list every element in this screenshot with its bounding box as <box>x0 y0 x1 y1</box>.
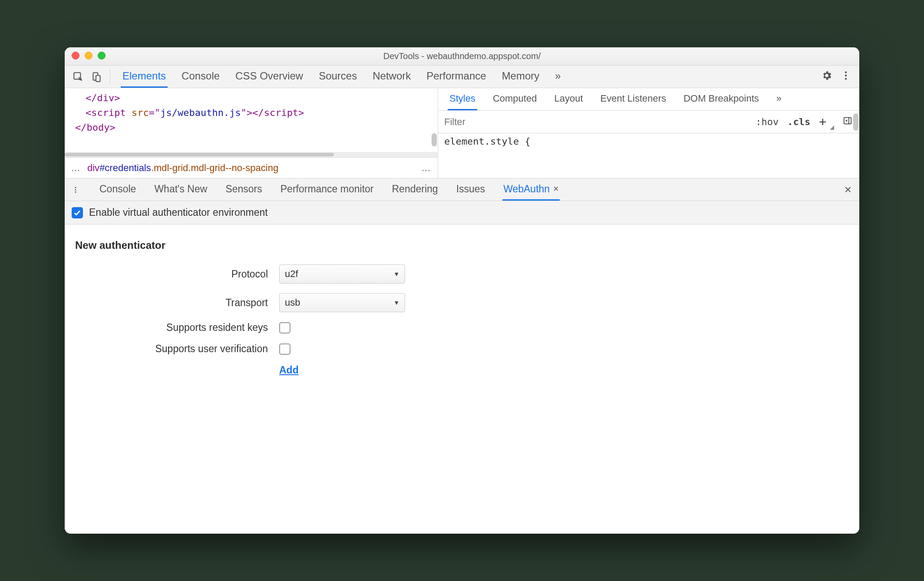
new-style-rule-button[interactable]: + <box>819 115 826 129</box>
tab-styles[interactable]: Styles <box>448 88 477 110</box>
svg-rect-2 <box>96 75 100 81</box>
drawer-tab-webauthn[interactable]: WebAuthn × <box>502 178 560 201</box>
tab-network[interactable]: Network <box>371 66 412 88</box>
dom-tree-pane: </div> <script src="js/webauthn.js"></sc… <box>65 88 438 178</box>
tab-dom-breakpoints[interactable]: DOM Breakpoints <box>682 88 761 110</box>
main-tabs: Elements Console CSS Overview Sources Ne… <box>121 66 821 88</box>
kebab-menu-icon[interactable] <box>840 70 851 84</box>
svg-point-3 <box>845 71 847 73</box>
resident-keys-label: Supports resident keys <box>75 322 279 333</box>
protocol-label: Protocol <box>75 268 279 280</box>
chevron-down-icon: ▼ <box>393 299 399 306</box>
enable-virtual-auth-label: Enable virtual authenticator environment <box>89 207 268 218</box>
styles-filter-row: :hov .cls + <box>438 111 859 133</box>
breadcrumb-overflow-right[interactable]: … <box>421 162 432 174</box>
protocol-value: u2f <box>285 268 298 280</box>
drawer-tab-whatsnew[interactable]: What's New <box>153 178 208 201</box>
dropdown-triangle-icon[interactable] <box>830 121 834 130</box>
code-vertical-scrollbar[interactable] <box>432 90 437 146</box>
tab-computed[interactable]: Computed <box>491 88 539 110</box>
tab-memory[interactable]: Memory <box>500 66 541 88</box>
code-endtag: </script> <box>252 107 304 118</box>
breadcrumb: … div#credentials.mdl-grid.mdl-grid--no-… <box>65 157 438 178</box>
drawer-tab-console[interactable]: Console <box>99 178 137 201</box>
enable-virtual-auth-checkbox[interactable] <box>72 207 83 218</box>
tab-layout[interactable]: Layout <box>552 88 584 110</box>
dom-code[interactable]: </div> <script src="js/webauthn.js"></sc… <box>65 88 438 152</box>
protocol-select[interactable]: u2f ▼ <box>279 264 405 284</box>
drawer-tab-rendering[interactable]: Rendering <box>391 178 439 201</box>
close-window-button[interactable] <box>72 52 79 59</box>
svg-point-4 <box>845 74 847 76</box>
breadcrumb-overflow-left[interactable]: … <box>71 162 81 174</box>
styles-filter-actions: :hov .cls + <box>749 114 859 130</box>
tab-sources[interactable]: Sources <box>317 66 359 88</box>
sidebar-toggle-icon[interactable] <box>843 116 852 128</box>
element-style-rule[interactable]: element.style { <box>438 133 859 149</box>
breadcrumb-item[interactable]: div#credentials.mdl-grid.mdl-grid--no-sp… <box>87 162 278 174</box>
drawer-tabs: Console What's New Sensors Performance m… <box>65 178 859 201</box>
styles-tabs: Styles Computed Layout Event Listeners D… <box>438 88 859 111</box>
devtools-window: DevTools - webauthndemo.appspot.com/ Ele… <box>65 47 859 534</box>
styles-vertical-scrollbar[interactable] <box>853 113 858 170</box>
code-line: </div> <box>86 92 120 103</box>
new-authenticator-form: Protocol u2f ▼ Transport usb ▼ Supports … <box>75 264 849 376</box>
transport-value: usb <box>285 297 300 308</box>
code-closeq: "> <box>241 107 253 118</box>
enable-virtual-auth-row: Enable virtual authenticator environment <box>65 201 859 224</box>
code-tag-open: <script <box>86 107 132 118</box>
device-toggle-icon[interactable] <box>87 66 106 88</box>
window-title: DevTools - webauthndemo.appspot.com/ <box>383 51 541 61</box>
webauthn-content: New authenticator Protocol u2f ▼ Transpo… <box>65 224 859 534</box>
styles-filter-input[interactable] <box>438 111 749 133</box>
hov-toggle[interactable]: :hov <box>756 116 779 127</box>
drawer-tab-sensors[interactable]: Sensors <box>224 178 263 201</box>
tab-event-listeners[interactable]: Event Listeners <box>599 88 668 110</box>
code-val: js/webauthn.js <box>160 107 241 118</box>
code-attr: src <box>132 107 149 118</box>
drawer-tab-perfmon[interactable]: Performance monitor <box>280 178 375 201</box>
tab-elements[interactable]: Elements <box>121 66 168 88</box>
tab-performance[interactable]: Performance <box>425 66 488 88</box>
drawer-tab-issues[interactable]: Issues <box>455 178 486 201</box>
toolbar-right <box>821 66 855 88</box>
code-line: </body> <box>75 122 116 133</box>
add-authenticator-button[interactable]: Add <box>279 364 299 376</box>
code-horizontal-scrollbar[interactable] <box>65 152 438 157</box>
tab-overflow[interactable]: » <box>553 66 562 88</box>
svg-rect-6 <box>844 118 851 124</box>
toolbar-separator <box>110 69 110 84</box>
settings-gear-icon[interactable] <box>821 70 832 84</box>
resident-keys-checkbox[interactable] <box>279 322 290 333</box>
transport-label: Transport <box>75 297 279 309</box>
chevron-down-icon: ▼ <box>393 271 399 277</box>
new-authenticator-title: New authenticator <box>75 239 849 251</box>
drawer-menu-icon[interactable] <box>69 178 82 201</box>
inspect-element-icon[interactable] <box>69 66 87 88</box>
zoom-window-button[interactable] <box>98 52 106 59</box>
close-drawer-icon[interactable]: × <box>845 178 855 201</box>
drawer-tab-webauthn-label: WebAuthn <box>503 183 550 195</box>
user-verification-checkbox[interactable] <box>279 343 290 355</box>
styles-pane: Styles Computed Layout Event Listeners D… <box>438 88 859 178</box>
transport-select[interactable]: usb ▼ <box>279 293 405 312</box>
svg-point-8 <box>75 187 76 188</box>
svg-point-10 <box>75 191 76 192</box>
code-eq: =" <box>149 107 161 118</box>
svg-point-5 <box>845 78 847 79</box>
svg-point-9 <box>75 189 76 190</box>
minimize-window-button[interactable] <box>85 52 92 59</box>
user-verification-label: Supports user verification <box>75 343 279 355</box>
tab-overflow[interactable]: » <box>775 88 783 110</box>
cls-toggle[interactable]: .cls <box>787 116 810 127</box>
tab-console[interactable]: Console <box>180 66 221 88</box>
close-tab-icon[interactable]: × <box>553 183 559 195</box>
titlebar: DevTools - webauthndemo.appspot.com/ <box>65 47 859 66</box>
traffic-lights <box>72 52 106 59</box>
main-toolbar: Elements Console CSS Overview Sources Ne… <box>65 66 859 88</box>
tab-css-overview[interactable]: CSS Overview <box>234 66 305 88</box>
elements-split: </div> <script src="js/webauthn.js"></sc… <box>65 88 859 178</box>
